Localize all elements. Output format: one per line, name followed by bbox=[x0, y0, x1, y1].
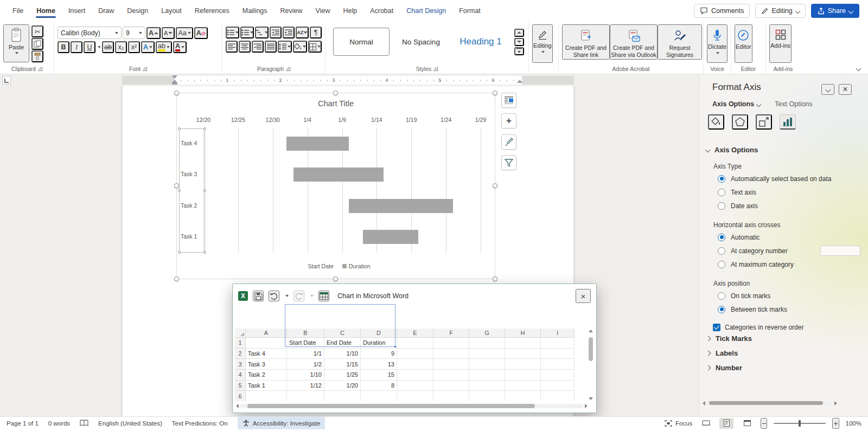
cell-D3[interactable]: 13 bbox=[361, 359, 397, 370]
text-effects-button[interactable]: A bbox=[141, 41, 155, 53]
read-mode-button[interactable] bbox=[699, 418, 713, 429]
superscript-button[interactable]: x² bbox=[128, 41, 140, 53]
pane-collapse-button[interactable] bbox=[821, 84, 834, 95]
radio-option[interactable]: At maximum category bbox=[718, 257, 860, 271]
tab-text-options[interactable]: Text Options bbox=[775, 100, 812, 108]
shrink-font-button[interactable]: A bbox=[162, 27, 175, 39]
scroll-left-icon[interactable] bbox=[703, 401, 705, 405]
zoom-in-button[interactable]: + bbox=[832, 418, 839, 429]
cell-I5[interactable] bbox=[541, 381, 575, 391]
editor-button[interactable]: Editor bbox=[735, 24, 752, 63]
cell-B4[interactable]: 1/10 bbox=[287, 370, 324, 381]
pane-close-button[interactable]: × bbox=[839, 84, 852, 95]
tab-layout[interactable]: Layout bbox=[155, 3, 188, 18]
chart-title[interactable]: Chart Title bbox=[177, 99, 495, 108]
radio-option[interactable]: Automatic bbox=[718, 230, 860, 244]
tab-acrobat[interactable]: Acrobat bbox=[364, 3, 399, 18]
resize-handle-w[interactable] bbox=[174, 183, 179, 188]
data-window-hscrollbar[interactable] bbox=[236, 402, 588, 410]
resize-handle-e[interactable] bbox=[493, 183, 497, 188]
styles-gallery-down-button[interactable] bbox=[514, 38, 524, 46]
axis-selection-handle[interactable] bbox=[203, 251, 206, 254]
font-dialog-launcher[interactable] bbox=[143, 67, 147, 71]
scroll-right-icon[interactable] bbox=[585, 404, 588, 408]
select-all-corner[interactable] bbox=[235, 328, 246, 338]
create-pdf-share-outlook-button[interactable]: Create PDF and Share via Outlook bbox=[610, 24, 658, 60]
radio-automatic[interactable] bbox=[718, 234, 725, 241]
hscroll-thumb[interactable] bbox=[247, 404, 535, 408]
date-axis-label[interactable]: 1/4 bbox=[295, 117, 321, 123]
cell-E4[interactable] bbox=[397, 370, 433, 381]
dictate-button[interactable]: Dictate bbox=[707, 24, 727, 63]
row-header-2[interactable]: 2 bbox=[235, 349, 246, 359]
proofing-icon[interactable] bbox=[80, 420, 88, 427]
addins-button[interactable]: Add-ins bbox=[769, 24, 792, 63]
cell-H3[interactable] bbox=[505, 359, 541, 370]
radio-between-tick-marks[interactable] bbox=[718, 306, 725, 313]
checkbox-checked-icon[interactable] bbox=[713, 324, 720, 331]
cell-F6[interactable] bbox=[433, 391, 469, 401]
pane-hscroll-track[interactable] bbox=[707, 401, 833, 405]
gantt-plot[interactable]: 12/2012/2512/301/41/91/141/191/241/29Tas… bbox=[203, 128, 481, 253]
radio-option[interactable]: Automatically select based on data bbox=[718, 172, 860, 185]
cell-H5[interactable] bbox=[505, 381, 541, 391]
radio-option[interactable]: On tick marks bbox=[718, 289, 860, 302]
date-axis-label[interactable]: 1/24 bbox=[433, 117, 459, 123]
duration-bar[interactable] bbox=[286, 137, 349, 151]
date-axis-label[interactable]: 1/29 bbox=[468, 117, 494, 123]
justify-button[interactable] bbox=[265, 41, 277, 53]
tab-home[interactable]: Home bbox=[30, 3, 61, 18]
cell-G5[interactable] bbox=[469, 381, 505, 391]
tab-file[interactable]: File bbox=[7, 3, 29, 18]
categories-reverse-checkbox-row[interactable]: Categories in reverse order bbox=[713, 324, 868, 331]
radio-option[interactable]: At category number bbox=[718, 244, 860, 257]
tab-help[interactable]: Help bbox=[337, 3, 363, 18]
cell-C6[interactable] bbox=[324, 391, 361, 401]
clipboard-dialog-launcher[interactable] bbox=[38, 67, 42, 71]
sort-button[interactable]: AZ bbox=[296, 27, 309, 38]
scroll-down-icon[interactable] bbox=[589, 397, 593, 400]
resize-handle-se[interactable] bbox=[493, 276, 497, 281]
pane-hscrollbar[interactable] bbox=[703, 400, 837, 407]
radio-on-tick-marks[interactable] bbox=[718, 292, 725, 300]
radio-text-axis[interactable] bbox=[718, 189, 725, 196]
tab-mailings[interactable]: Mailings bbox=[237, 3, 273, 18]
radio-at-maximum-category[interactable] bbox=[718, 261, 725, 268]
cell-D2[interactable]: 9 bbox=[361, 349, 397, 359]
edit-data-in-excel-button[interactable] bbox=[318, 291, 329, 301]
web-layout-button[interactable] bbox=[740, 418, 754, 429]
cell-C3[interactable]: 1/15 bbox=[324, 359, 361, 370]
multilevel-list-button[interactable] bbox=[255, 27, 269, 38]
spreadsheet-grid[interactable]: ABCDEFGHI1Start DateEnd DateDuration2Tas… bbox=[235, 328, 578, 401]
save-button[interactable] bbox=[253, 291, 264, 301]
column-header-B[interactable]: B bbox=[287, 328, 324, 338]
radio-option[interactable]: Text axis bbox=[718, 185, 860, 199]
row-header-6[interactable]: 6 bbox=[235, 391, 246, 401]
editing-menu-button[interactable]: Editing bbox=[532, 24, 553, 63]
accessibility-checker[interactable]: Accessibility: Investigate bbox=[238, 417, 326, 429]
scroll-right-icon[interactable] bbox=[834, 401, 837, 405]
data-window-close-button[interactable]: × bbox=[576, 289, 591, 303]
scroll-left-icon[interactable] bbox=[236, 404, 239, 408]
first-line-indent-marker[interactable] bbox=[172, 75, 177, 79]
zoom-slider[interactable] bbox=[774, 423, 826, 424]
font-size-combo[interactable]: 9 bbox=[123, 27, 145, 39]
tab-view[interactable]: View bbox=[310, 3, 336, 18]
cell-C1[interactable]: End Date bbox=[324, 338, 361, 349]
axis-selection-handle[interactable] bbox=[178, 189, 181, 192]
section-labels[interactable]: Labels bbox=[699, 346, 868, 360]
chart-data-window[interactable]: X Chart in Microsoft Word × ABCDEFGHI1St… bbox=[232, 284, 597, 413]
increase-indent-button[interactable] bbox=[283, 27, 295, 38]
row-header-1[interactable]: 1 bbox=[235, 338, 246, 349]
highlight-button[interactable]: ab bbox=[156, 41, 172, 53]
redo-button[interactable] bbox=[293, 291, 304, 301]
undo-dropdown-icon[interactable] bbox=[285, 295, 289, 297]
bold-button[interactable]: B bbox=[58, 41, 69, 53]
cell-G6[interactable] bbox=[469, 391, 505, 401]
italic-button[interactable]: I bbox=[71, 41, 82, 53]
duration-bar[interactable] bbox=[363, 230, 418, 244]
cut-button[interactable]: ✂ bbox=[31, 25, 43, 37]
text-predictions-indicator[interactable]: Text Predictions: On bbox=[172, 420, 228, 427]
date-axis-label[interactable]: 12/25 bbox=[225, 117, 251, 123]
word-count[interactable]: 0 words bbox=[48, 420, 70, 427]
